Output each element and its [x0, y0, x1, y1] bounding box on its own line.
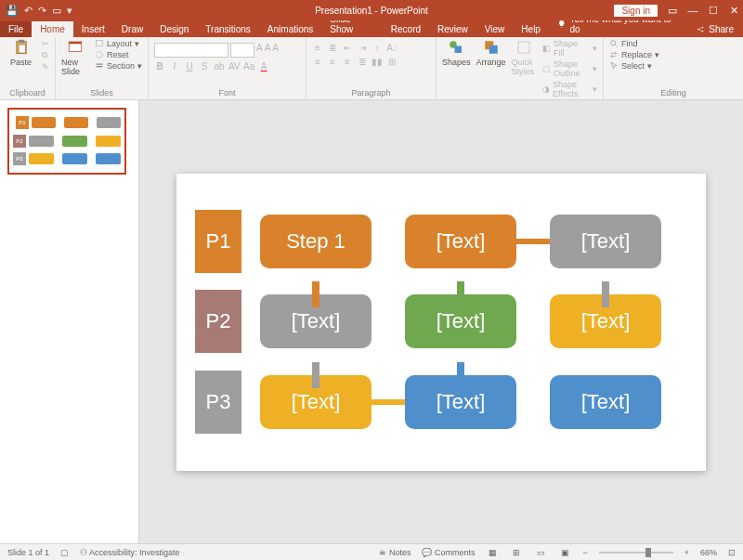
numbering-icon[interactable]: ≣ [327, 43, 338, 53]
find-button[interactable]: Find [609, 39, 659, 48]
layout-button[interactable]: Layout ▾ [95, 39, 142, 48]
smartart-box[interactable]: [Text] [550, 375, 661, 429]
justify-icon[interactable]: ≣ [357, 57, 368, 67]
sign-in-button[interactable]: Sign in [614, 5, 658, 17]
smartart-box[interactable]: [Text] [405, 215, 516, 268]
maximize-icon[interactable]: ☐ [708, 5, 719, 17]
font-family-combo[interactable] [154, 43, 228, 58]
tab-home[interactable]: Home [32, 21, 73, 37]
font-size-combo[interactable] [230, 43, 254, 58]
swimlane-label[interactable]: P2 [195, 290, 241, 353]
text-direction-icon[interactable]: A↓ [386, 43, 398, 53]
tab-view[interactable]: View [476, 21, 514, 37]
smartart-box[interactable] [64, 117, 88, 128]
tab-help[interactable]: Help [513, 21, 549, 37]
undo-icon[interactable]: ↶ [24, 5, 33, 17]
smartart-box[interactable] [32, 117, 56, 128]
zoom-slider[interactable] [599, 552, 673, 553]
swimlane-label[interactable]: P1 [16, 116, 29, 129]
spacing-icon[interactable]: AV [228, 61, 240, 72]
clear-formatting-icon[interactable]: A [272, 43, 279, 58]
format-painter-button[interactable]: ✎ [42, 62, 49, 72]
sorter-view-icon[interactable]: ⊞ [510, 546, 523, 559]
columns-icon[interactable]: ▮▮ [372, 57, 383, 67]
slide-edit-area[interactable]: P1Step 1[Text][Text]P2[Text][Text][Text]… [139, 100, 743, 543]
zoom-in-icon[interactable]: + [684, 548, 689, 557]
shape-outline-button[interactable]: ▢ Shape Outline ▾ [542, 59, 597, 78]
comments-button[interactable]: 💬 Comments [422, 548, 475, 557]
zoom-level[interactable]: 66% [700, 548, 717, 557]
slide-thumbnail-panel[interactable]: 1 P1P2P3 [0, 100, 139, 543]
replace-button[interactable]: Replace ▾ [609, 50, 659, 59]
smartart-swimlane[interactable]: P1Step 1[Text][Text]P2[Text][Text][Text]… [195, 202, 687, 443]
select-button[interactable]: Select ▾ [609, 61, 659, 71]
slide-thumbnail[interactable]: P1P2P3 [7, 108, 126, 175]
font-case-icon[interactable]: Aa [243, 61, 254, 72]
new-slide-button[interactable]: New Slide [61, 39, 89, 76]
align-left-icon[interactable]: ≡ [312, 57, 323, 67]
smartart-box[interactable]: [Text] [550, 215, 661, 268]
normal-view-icon[interactable]: ▦ [486, 546, 499, 559]
cut-button[interactable]: ✂ [42, 39, 49, 48]
underline-icon[interactable]: U [184, 61, 195, 72]
tab-review[interactable]: Review [429, 21, 476, 37]
tab-transitions[interactable]: Transitions [197, 21, 259, 37]
tab-file[interactable]: File [0, 21, 32, 37]
shapes-button[interactable]: Shapes [442, 39, 471, 67]
decrease-font-icon[interactable]: A [265, 43, 271, 58]
smartart-box[interactable] [97, 117, 121, 128]
swimlane-label[interactable]: P3 [13, 152, 26, 165]
line-spacing-icon[interactable]: ↕ [372, 43, 383, 53]
shape-effects-button[interactable]: ◑ Shape Effects ▾ [542, 80, 597, 98]
redo-icon[interactable]: ↷ [38, 5, 46, 17]
smartart-box[interactable] [96, 153, 121, 164]
section-button[interactable]: Section ▾ [95, 61, 142, 71]
tab-record[interactable]: Record [383, 21, 429, 37]
smartart-box[interactable]: Step 1 [260, 215, 372, 268]
slide-canvas[interactable]: P1Step 1[Text][Text]P2[Text][Text][Text]… [176, 174, 706, 471]
smartart-box[interactable] [96, 136, 121, 147]
bullets-icon[interactable]: ≡ [312, 43, 323, 53]
swimlane-label[interactable]: P3 [195, 371, 241, 434]
smartart-convert-icon[interactable]: ⊞ [386, 57, 398, 67]
font-color-icon[interactable]: A [258, 61, 269, 72]
smartart-box[interactable] [29, 136, 54, 147]
fit-to-window-icon[interactable]: ⊡ [728, 548, 736, 557]
bold-icon[interactable]: B [154, 61, 165, 72]
start-slideshow-icon[interactable]: ▭ [52, 5, 61, 17]
ribbon-display-icon[interactable]: ▭ [667, 5, 678, 17]
arrange-button[interactable]: Arrange [476, 39, 506, 67]
notes-button[interactable]: ≐ Notes [379, 548, 411, 557]
language-indicator[interactable]: ▢ [60, 548, 69, 557]
strikethrough-icon[interactable]: S [199, 61, 210, 72]
italic-icon[interactable]: I [169, 61, 180, 72]
shape-fill-button[interactable]: ◧ Shape Fill ▾ [542, 39, 597, 58]
tab-draw[interactable]: Draw [113, 21, 151, 37]
close-icon[interactable]: ✕ [728, 5, 739, 17]
align-right-icon[interactable]: ≡ [342, 57, 353, 67]
reset-button[interactable]: Reset [95, 50, 142, 59]
shadow-icon[interactable]: ab [214, 61, 225, 72]
save-icon[interactable]: 💾 [6, 5, 19, 17]
increase-font-icon[interactable]: A [256, 43, 263, 58]
quick-styles-button[interactable]: Quick Styles [512, 39, 538, 76]
increase-indent-icon[interactable]: ⇥ [357, 43, 368, 53]
align-center-icon[interactable]: ≡ [327, 57, 338, 67]
smartart-box[interactable] [29, 153, 54, 164]
accessibility-checker[interactable]: ⚇ Accessibility: Investigate [80, 548, 180, 557]
swimlane-label[interactable]: P2 [13, 135, 26, 148]
paste-button[interactable]: Paste [6, 39, 36, 67]
slideshow-view-icon[interactable]: ▣ [558, 546, 571, 559]
copy-button[interactable]: ⧉ [42, 50, 49, 60]
reading-view-icon[interactable]: ▭ [534, 546, 547, 559]
share-button[interactable]: Share [686, 21, 743, 37]
swimlane-label[interactable]: P1 [195, 210, 241, 273]
tab-design[interactable]: Design [151, 21, 197, 37]
zoom-out-icon[interactable]: − [582, 548, 587, 557]
smartart-box[interactable] [62, 153, 87, 164]
tab-animations[interactable]: Animations [259, 21, 321, 37]
slide-counter[interactable]: Slide 1 of 1 [7, 548, 49, 557]
smartart-box[interactable] [62, 136, 87, 147]
minimize-icon[interactable]: — [687, 5, 698, 16]
decrease-indent-icon[interactable]: ⇤ [342, 43, 353, 53]
